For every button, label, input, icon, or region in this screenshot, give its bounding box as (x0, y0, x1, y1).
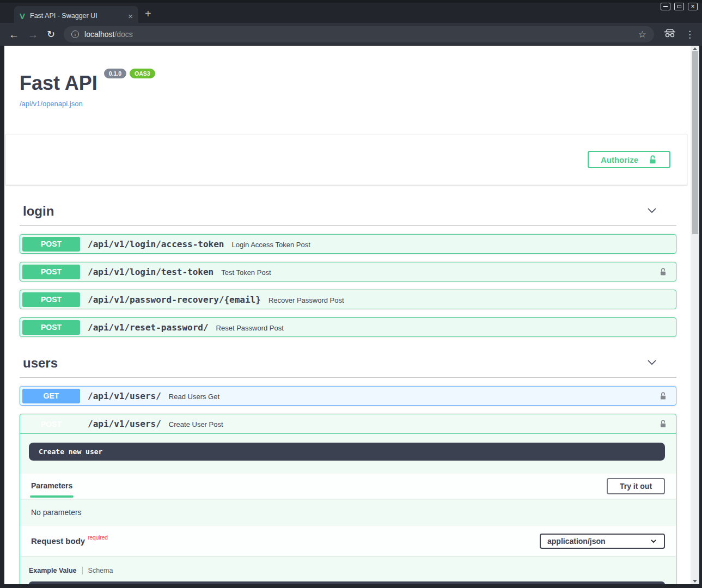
maximize-icon (677, 5, 681, 8)
minimize-button[interactable] (661, 3, 670, 10)
chevron-down-icon[interactable] (646, 205, 658, 217)
close-icon: × (691, 4, 694, 9)
scroll-up-arrow[interactable] (693, 47, 697, 50)
try-it-out-button[interactable]: Try it out (607, 478, 665, 494)
op-description: Create new user (29, 443, 665, 461)
scrollbar-thumb[interactable] (692, 51, 698, 234)
close-button[interactable]: × (688, 3, 698, 10)
op-login-test-token[interactable]: POST /api/v1/login/test-token Test Token… (20, 262, 676, 281)
swagger-page: Fast API0.1.0OAS3 /api/v1/openapi.json A… (4, 46, 691, 584)
browser-toolbar: ← → ↻ i localhost /docs ☆ ⋮ (0, 23, 702, 46)
tab-close-icon[interactable]: × (128, 11, 133, 21)
method-badge: POST (22, 416, 80, 431)
browser-menu-icon[interactable]: ⋮ (685, 29, 694, 40)
op-reset-password[interactable]: POST /api/v1/reset-password/ Reset Passw… (20, 317, 676, 337)
reload-button[interactable]: ↻ (47, 29, 55, 40)
required-label: required (88, 535, 108, 541)
auth-lock-icon[interactable] (659, 267, 667, 277)
op-path: /api/v1/password-recovery/{email} (88, 295, 261, 305)
openapi-spec-link[interactable]: /api/v1/openapi.json (20, 100, 676, 108)
request-body-section: Example Value Schema { (20, 556, 676, 584)
back-button[interactable]: ← (9, 29, 19, 40)
forward-button[interactable]: → (28, 29, 38, 40)
tab-parameters: Parameters (31, 481, 72, 491)
section-users: users GET /api/v1/users/ Read Users Get (20, 352, 676, 584)
api-info: Fast API0.1.0OAS3 /api/v1/openapi.json (20, 72, 676, 108)
op-path: /api/v1/login/test-token (88, 267, 213, 277)
minimize-icon (663, 6, 668, 7)
swagger-favicon-icon: V (20, 11, 25, 21)
incognito-icon (663, 29, 676, 40)
op-path: /api/v1/users/ (88, 391, 161, 401)
method-badge: POST (22, 292, 80, 307)
page-scrollbar[interactable] (691, 46, 699, 584)
op-description-wrapper: Create new user (20, 434, 676, 474)
address-bar[interactable]: i localhost /docs ☆ (64, 26, 654, 42)
auth-lock-icon[interactable] (659, 391, 667, 401)
oas3-badge: OAS3 (130, 69, 155, 78)
op-create-user-summary[interactable]: POST /api/v1/users/ Create User Post (20, 414, 676, 434)
op-read-users[interactable]: GET /api/v1/users/ Read Users Get (20, 386, 676, 406)
op-summary: Create User Post (169, 419, 223, 428)
bookmark-icon[interactable]: ☆ (638, 29, 646, 40)
url-host: localhost (84, 30, 114, 39)
op-summary: Read Users Get (169, 391, 219, 401)
authorize-label: Authorize (601, 155, 638, 164)
section-login-header[interactable]: login (20, 200, 676, 226)
version-badge: 0.1.0 (104, 69, 126, 78)
section-login: login POST /api/v1/login/access-token Lo… (20, 200, 676, 337)
op-path: /api/v1/reset-password/ (88, 322, 209, 333)
op-summary: Recover Password Post (268, 295, 344, 304)
method-badge: POST (22, 320, 80, 335)
method-badge: GET (22, 389, 80, 403)
op-path: /api/v1/users/ (88, 419, 161, 429)
request-body-label: Request body (31, 536, 85, 546)
window-controls: × (661, 3, 698, 10)
op-summary: Test Token Post (221, 267, 271, 277)
content-type-select[interactable]: application/json (540, 534, 665, 549)
section-users-header[interactable]: users (20, 352, 676, 378)
no-parameters-text: No parameters (20, 499, 676, 526)
parameters-header: Parameters Try it out (20, 474, 676, 499)
page-title: Fast API (20, 72, 97, 94)
request-body-header: Request body required application/json (20, 526, 676, 556)
new-tab-button[interactable]: + (145, 8, 151, 19)
site-info-icon[interactable]: i (71, 30, 79, 38)
method-badge: POST (22, 237, 80, 252)
op-login-access-token[interactable]: POST /api/v1/login/access-token Login Ac… (20, 234, 676, 254)
op-summary: Reset Password Post (216, 323, 284, 332)
scheme-container: Authorize (5, 134, 687, 185)
tab-schema[interactable]: Schema (83, 567, 113, 574)
titlebar: V Fast API - Swagger UI × + × (0, 0, 702, 23)
section-title: users (23, 356, 646, 371)
page-viewport: Fast API0.1.0OAS3 /api/v1/openapi.json A… (4, 46, 699, 584)
op-summary: Login Access Token Post (231, 240, 310, 249)
scroll-down-arrow[interactable] (693, 580, 697, 583)
chevron-down-icon (650, 537, 657, 545)
auth-lock-icon[interactable] (659, 419, 667, 429)
method-badge: POST (22, 265, 80, 279)
op-path: /api/v1/login/access-token (88, 239, 224, 249)
unlock-icon (648, 154, 657, 166)
content-type-value: application/json (547, 537, 606, 546)
tab-title: Fast API - Swagger UI (30, 12, 124, 20)
tab-example-value[interactable]: Example Value (29, 567, 83, 574)
section-title: login (23, 204, 646, 219)
op-password-recovery[interactable]: POST /api/v1/password-recovery/{email} R… (20, 290, 676, 309)
url-path: /docs (114, 30, 132, 39)
authorize-button[interactable]: Authorize (588, 151, 670, 168)
example-code-block: { (29, 581, 665, 584)
maximize-button[interactable] (674, 3, 684, 10)
op-create-user-expanded: POST /api/v1/users/ Create User Post Cre… (20, 414, 676, 584)
chevron-down-icon[interactable] (646, 357, 658, 369)
